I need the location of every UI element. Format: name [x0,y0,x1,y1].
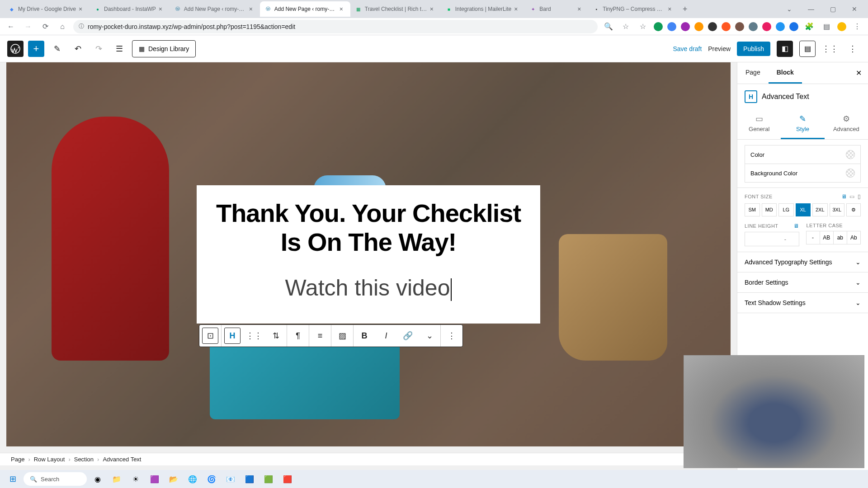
tablet-icon[interactable]: ▭ [849,193,855,200]
save-draft-button[interactable]: Save draft [673,45,702,52]
extension-icon[interactable] [694,22,703,31]
taskview-icon[interactable]: ◉ [90,472,106,486]
share-icon[interactable]: ☆ [619,20,632,33]
desktop-icon[interactable]: 🖥 [793,223,799,229]
size-sm[interactable]: SM [745,203,760,216]
drag-handle-icon[interactable]: ⋮⋮ [243,325,265,347]
app-icon[interactable]: 🟪 [146,472,163,486]
size-md[interactable]: MD [762,203,777,216]
desktop-icon[interactable]: 🖥 [841,193,847,200]
undo-button[interactable]: ↶ [70,41,86,57]
extension-icon[interactable] [722,22,731,31]
avatar[interactable] [837,22,846,31]
panel-border[interactable]: Border Settings⌄ [737,272,868,293]
editor-canvas[interactable]: Thank You. Your Checklist Is On The Way!… [6,62,731,446]
content-block[interactable]: Thank You. Your Checklist Is On The Way!… [197,185,540,324]
size-2xl[interactable]: 2XL [812,203,828,216]
case-lower[interactable]: ab [833,231,847,244]
subtab-style[interactable]: ✎Style [781,109,824,139]
taskbar-search[interactable]: 🔍Search [24,472,87,486]
close-icon[interactable]: × [577,6,584,12]
link-button[interactable]: 🔗 [397,325,419,347]
menu-icon[interactable]: ⋮ [851,20,863,33]
browser-tab[interactable]: ●Dashboard - InstaWP× [90,1,170,17]
close-icon[interactable]: × [430,6,436,12]
panel-typography[interactable]: Advanced Typography Settings⌄ [737,252,868,272]
size-lg[interactable]: LG [778,203,794,216]
image-icon[interactable]: ▨ [331,325,353,347]
folder-icon[interactable]: 📂 [165,472,182,486]
sidepanel-icon[interactable]: ▤ [820,20,833,33]
edge-icon[interactable]: 🌀 [203,472,220,486]
app-icon[interactable]: 🟦 [241,472,258,486]
kadence-icon[interactable]: ⋮⋮ [822,41,838,57]
close-window-button[interactable]: ✕ [844,2,864,16]
size-xl[interactable]: XL [796,203,811,216]
redo-button[interactable]: ↷ [90,41,107,57]
color-setting[interactable]: Color [745,145,861,164]
mobile-icon[interactable]: ▯ [858,193,861,200]
panel-shadow[interactable]: Text Shadow Settings⌄ [737,293,868,313]
case-upper[interactable]: AB [820,231,834,244]
bgcolor-setting[interactable]: Background Color [745,164,861,183]
bold-button[interactable]: B [354,325,375,347]
paragraph-icon[interactable]: ¶ [287,325,309,347]
extension-icon[interactable] [749,22,758,31]
browser-tab[interactable]: ⓌAdd New Page ‹ romy-p...× [170,1,260,17]
breadcrumb-item[interactable]: Row Layout [34,456,65,463]
lineheight-input[interactable]: - [745,232,799,246]
color-swatch-icon[interactable] [846,169,855,178]
tab-block[interactable]: Block [769,62,802,84]
custom-size-icon[interactable]: ⚙ [846,203,861,216]
app-icon[interactable]: 🟩 [260,472,277,486]
breadcrumb-item[interactable]: Page [11,456,24,463]
wordpress-logo[interactable] [7,41,24,57]
tab-page[interactable]: Page [737,62,769,84]
subtab-advanced[interactable]: ⚙Advanced [825,109,868,139]
browser-tab[interactable]: ◆My Drive - Google Drive× [4,1,90,17]
add-block-button[interactable]: + [28,41,44,57]
extension-icon[interactable] [681,22,690,31]
reload-button[interactable]: ⟳ [39,20,52,33]
size-3xl[interactable]: 3XL [830,203,845,216]
new-tab-button[interactable]: + [679,3,691,15]
more-options-icon[interactable]: ⋮ [441,325,462,347]
case-none[interactable]: - [806,231,820,244]
select-parent-icon[interactable]: ⊡ [202,328,218,344]
advanced-text-block[interactable]: Watch this video [215,275,522,301]
move-up-down-icon[interactable]: ⇅ [265,325,287,347]
back-button[interactable]: ← [5,20,17,33]
extension-icon[interactable] [735,22,744,31]
url-input[interactable]: ⓘ romy-pocket-duro.instawp.xyz/wp-admin/… [73,20,598,33]
extension-icon[interactable] [762,22,771,31]
extensions-icon[interactable]: 🧩 [803,20,816,33]
minimize-button[interactable]: — [801,2,821,16]
browser-tab[interactable]: ▪TinyPNG – Compress We...× [588,1,679,17]
weather-icon[interactable]: ☀ [127,472,144,486]
browser-tab[interactable]: ■Integrations | MailerLite× [441,1,525,17]
zoom-icon[interactable]: 🔍 [602,20,615,33]
breadcrumb-item[interactable]: Advanced Text [103,456,141,463]
italic-button[interactable]: I [375,325,397,347]
extension-icon[interactable] [776,22,785,31]
list-view-button[interactable]: ☰ [111,41,127,57]
plugin-button[interactable]: ▤ [799,41,816,57]
browser-tab[interactable]: ✦Bard× [525,1,588,17]
design-library-button[interactable]: ▦ Design Library [132,40,196,57]
forward-button[interactable]: → [22,20,34,33]
close-icon[interactable]: × [249,6,255,12]
chrome-icon[interactable]: 🌐 [184,472,201,486]
app-icon[interactable]: 🟥 [279,472,296,486]
subtab-general[interactable]: ▭General [737,109,781,139]
more-options-icon[interactable]: ⋮ [844,41,861,57]
extension-icon[interactable] [654,22,663,31]
close-icon[interactable]: × [340,6,346,12]
edit-tool-icon[interactable]: ✎ [49,41,65,57]
breadcrumb-item[interactable]: Section [74,456,94,463]
close-icon[interactable]: × [79,6,85,12]
maximize-button[interactable]: ▢ [823,2,843,16]
home-button[interactable]: ⌂ [56,20,69,33]
case-cap[interactable]: Ab [847,231,861,244]
site-info-icon[interactable]: ⓘ [79,23,84,30]
close-sidebar-button[interactable]: ✕ [849,62,868,84]
